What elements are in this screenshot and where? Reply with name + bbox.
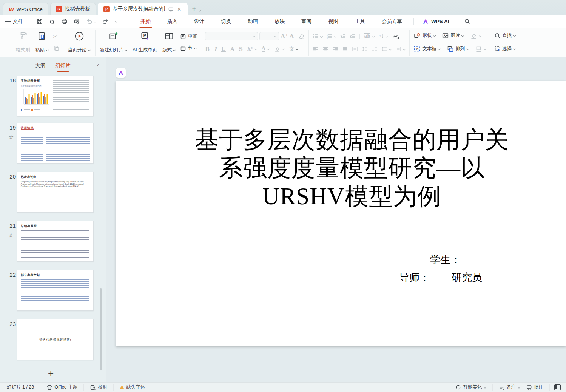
strikethrough-icon[interactable]: A: [230, 46, 234, 52]
shapes-button[interactable]: 形状: [413, 32, 436, 39]
paragraph-spacing-button[interactable]: [395, 46, 406, 52]
dialog-launcher-icon[interactable]: [406, 52, 408, 55]
slide-credits-text[interactable]: 学生： 导师：研究员: [399, 251, 550, 287]
align-left-icon[interactable]: [313, 46, 319, 52]
font-name-combobox[interactable]: [205, 32, 258, 40]
picture-button[interactable]: 图片: [442, 32, 464, 39]
tab-outline-view[interactable]: 大纲: [35, 61, 45, 71]
file-menu[interactable]: 文件: [13, 18, 23, 25]
print-preview-icon[interactable]: [74, 18, 80, 25]
tab-review[interactable]: 审阅: [293, 15, 320, 28]
slide-thumbnail-21[interactable]: 21 ☆ 总结与展望: [0, 221, 106, 263]
increase-indent-icon[interactable]: [349, 33, 355, 39]
current-slide[interactable]: 基于多层次数据融合的用户关 系强度度量模型研究—以 URSHV模型为例 学生： …: [116, 81, 566, 346]
font-color-button[interactable]: A: [262, 45, 270, 52]
slide-thumbnail-19[interactable]: 19 ☆ 进展情况: [0, 123, 106, 165]
paste-button[interactable]: 粘贴: [35, 30, 49, 56]
panel-layout-toggle-icon[interactable]: [554, 384, 561, 390]
thumbnail-card[interactable]: 部分参考文献: [17, 270, 94, 311]
justify-icon[interactable]: [342, 46, 348, 52]
tab-transition[interactable]: 切换: [213, 15, 239, 28]
search-icon[interactable]: [464, 18, 470, 25]
save-icon[interactable]: [36, 18, 43, 25]
dialog-launcher-icon[interactable]: [486, 52, 489, 55]
close-tab-icon[interactable]: ✕: [176, 6, 182, 12]
textbox-button[interactable]: 文本框: [413, 45, 441, 52]
dialog-launcher-icon[interactable]: [305, 52, 307, 55]
thumbnail-card[interactable]: 已发表论文 Peng Wang,Dianxi Shi,Xiaocun Wu,Ba…: [17, 172, 94, 213]
hamburger-menu-icon[interactable]: [5, 20, 11, 23]
proofread-button[interactable]: 校对: [87, 384, 110, 390]
tab-home[interactable]: 开始: [132, 15, 159, 28]
print-icon[interactable]: [61, 18, 68, 25]
add-slide-button[interactable]: +: [48, 368, 54, 380]
thumbnail-card[interactable]: 进展情况: [17, 123, 94, 164]
line-spacing-down-icon[interactable]: [372, 46, 378, 52]
distribute-text-icon[interactable]: [352, 46, 358, 52]
wps-ai-floating-button[interactable]: [116, 68, 126, 78]
collapse-panel-icon[interactable]: ‹: [97, 62, 99, 68]
slide-thumbnail-23[interactable]: 23 请各位老师批评指正!: [0, 319, 106, 361]
tab-slideshow[interactable]: 放映: [266, 15, 293, 28]
tab-animation[interactable]: 动画: [239, 15, 266, 28]
tab-member[interactable]: 会员专享: [373, 15, 410, 28]
layout-button[interactable]: 版式: [162, 30, 176, 56]
thumbnail-card[interactable]: 总结与展望: [17, 221, 94, 262]
superscript-icon[interactable]: X²: [247, 46, 253, 52]
export-icon[interactable]: [49, 18, 55, 25]
slide-thumbnail-22[interactable]: 22 部分参考文献: [0, 270, 106, 312]
clear-format-icon[interactable]: [298, 33, 305, 39]
highlight-button[interactable]: [274, 46, 285, 52]
align-right-icon[interactable]: [332, 46, 338, 52]
new-slide-button[interactable]: 新建幻灯片: [99, 30, 128, 56]
cut-icon[interactable]: ✂: [53, 33, 59, 40]
thumbnail-card[interactable]: 实验结果分析 基于数据融合的实验结果: [17, 76, 94, 116]
comments-button[interactable]: 批注: [523, 384, 546, 390]
copy-icon[interactable]: [53, 45, 59, 51]
tab-view[interactable]: 视图: [320, 15, 347, 28]
arrange-button[interactable]: 排列: [447, 45, 469, 52]
select-button[interactable]: 选择: [494, 46, 516, 52]
bullet-list-button[interactable]: [313, 33, 323, 39]
slide-thumbnail-20[interactable]: 20 已发表论文 Peng Wang,Dianxi Shi,Xiaocun Wu…: [0, 172, 106, 214]
new-tab-button[interactable]: +: [192, 5, 196, 13]
decrease-indent-icon[interactable]: [340, 33, 346, 39]
align-center-icon[interactable]: [322, 46, 328, 52]
text-direction-button[interactable]: [378, 33, 388, 39]
tab-design[interactable]: 设计: [186, 15, 213, 28]
tab-insert[interactable]: 插入: [159, 15, 186, 28]
wps-ai-button[interactable]: WPS AI: [417, 18, 455, 25]
notes-toggle-button[interactable]: 备注: [496, 384, 523, 390]
increase-font-icon[interactable]: A⁺: [281, 33, 288, 40]
theme-button[interactable]: Office 主题: [43, 384, 80, 390]
reset-button[interactable]: 重置: [180, 33, 197, 40]
play-from-current-button[interactable]: 当页开始: [67, 30, 91, 56]
tab-tools[interactable]: 工具: [347, 15, 373, 28]
italic-icon[interactable]: I: [214, 46, 217, 52]
dialog-launcher-icon[interactable]: [59, 52, 62, 55]
decrease-font-icon[interactable]: A⁻: [290, 33, 297, 40]
convert-to-smartart-icon[interactable]: [392, 32, 399, 40]
find-button[interactable]: 查找: [494, 32, 516, 39]
tab-list-chevron-icon[interactable]: [199, 9, 201, 12]
missing-fonts-button[interactable]: 缺失字体: [117, 384, 148, 390]
tab-wps-office[interactable]: W WPS Office: [3, 3, 48, 15]
undo-button[interactable]: [86, 18, 96, 25]
ai-generate-page-button[interactable]: AI 生成单页: [132, 30, 158, 56]
redo-icon[interactable]: [102, 18, 109, 25]
slide-title-text[interactable]: 基于多层次数据融合的用户关 系强度度量模型研究—以 URSHV模型为例: [176, 126, 527, 211]
font-size-combobox[interactable]: [259, 32, 279, 40]
tab-current-presentation[interactable]: P 基于多层次数据融合的用户关 ✕: [98, 3, 188, 15]
shape-fill-button[interactable]: [470, 32, 481, 39]
tab-slides-view[interactable]: 幻灯片: [55, 61, 71, 71]
smart-beautify-button[interactable]: 智能美化: [452, 384, 489, 390]
pinyin-button[interactable]: 文: [289, 46, 298, 52]
thumbnail-card[interactable]: 请各位老师批评指正!: [17, 319, 94, 360]
panel-scrollbar[interactable]: [100, 288, 102, 370]
numbered-list-button[interactable]: [326, 33, 336, 39]
format-painter-button[interactable]: 格式刷: [15, 30, 31, 56]
slide-thumbnail-18[interactable]: 18 实验结果分析 基于数据融合的实验结果: [0, 76, 106, 118]
text-shadow-icon[interactable]: S: [239, 46, 243, 52]
underline-icon[interactable]: U: [221, 46, 226, 52]
shape-outline-button[interactable]: [475, 45, 486, 52]
